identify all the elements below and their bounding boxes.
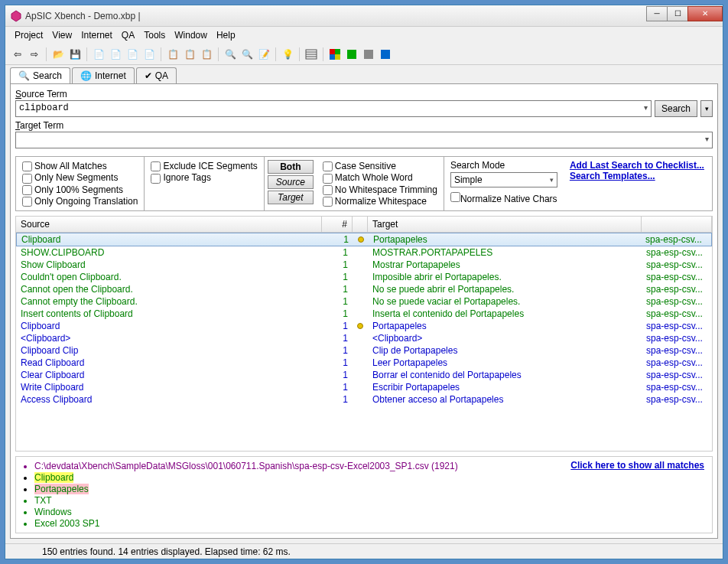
toolbar-sep [161,47,161,61]
cell-source: SHOW.CLIPBOARD [16,247,322,258]
toolbar-sq-multi-icon[interactable] [327,47,343,62]
option-check[interactable]: Only Ongoing Translation [22,196,138,207]
table-row[interactable]: Read Clipboard1Leer Portapapelesspa-esp-… [16,357,712,369]
cell-indicator [353,345,368,356]
menubar: ProjectViewInternetQAToolsWindowHelp [5,27,723,44]
cell-source: Cannot empty the Clipboard. [16,296,322,307]
table-row[interactable]: Clipboard1Portapapelesspa-esp-csv... [16,320,712,332]
toolbar-search-icon[interactable]: 🔍 [223,47,238,62]
toolbar-open-icon[interactable]: 📂 [50,47,66,62]
table-row[interactable]: Clipboard Clip1Clip de Portapapelesspa-e… [16,344,712,357]
table-row[interactable]: Clear Clipboard1Borrar el contenido del … [16,369,712,381]
table-row[interactable]: Show Clipboard1Mostrar Portapapelesspa-e… [16,259,712,271]
toolbar-back-icon[interactable]: ⇦ [10,47,25,62]
links-col: Add Last Search to Checklist... Search T… [564,157,710,210]
toolbar-sq-green-icon[interactable] [344,47,359,62]
cell-target: <Clipboard> [368,333,642,344]
source-term-input[interactable]: clipboard [15,100,652,117]
toolbar-form-icon[interactable]: 📋 [199,47,214,62]
table-row[interactable]: Access Clipboard1Obtener acceso al Porta… [16,393,712,406]
toolbar-doc2-icon[interactable]: 📄 [108,47,123,62]
menu-internet[interactable]: Internet [76,28,117,42]
toolbar-view-icon[interactable] [304,47,319,62]
toolbar-forward-icon[interactable]: ⇨ [27,47,42,62]
table-row[interactable]: Write Clipboard1Escribir Portapapelesspa… [16,381,712,393]
show-all-matches-link[interactable]: Click here to show all matches [570,460,704,471]
toolbar-sep [323,47,323,61]
toolbar-list-icon[interactable]: 📋 [182,47,197,62]
options-col-1: Show All MatchesOnly New SegmentsOnly 10… [16,157,145,210]
search-templates-link[interactable]: Search Templates... [570,171,704,181]
option-check[interactable]: Ignore Tags [151,172,257,183]
menu-tools[interactable]: Tools [139,28,170,42]
target-button[interactable]: Target [268,191,314,204]
option-check[interactable]: Only 100% Segments [22,184,138,195]
cell-indicator [353,247,368,258]
minimize-button[interactable]: ─ [646,6,668,21]
header-count[interactable]: # [322,217,353,232]
menu-window[interactable]: Window [170,28,212,42]
option-check[interactable]: Case Sensitive [323,161,437,171]
toolbar-save-icon[interactable]: 💾 [67,47,83,62]
close-button[interactable]: ✕ [687,6,723,21]
cell-indicator [353,234,369,245]
toolbar-note-icon[interactable]: 📝 [256,47,271,62]
header-file[interactable] [642,217,712,232]
both-button[interactable]: Both [268,160,314,174]
toolbar-find-icon[interactable]: 🔍 [239,47,255,62]
svg-marker-0 [11,11,21,21]
cell-count: 1 [322,272,353,282]
grid-body[interactable]: Clipboard1Portapapelesspa-esp-csv...SHOW… [15,233,713,452]
mode-col: Search Mode Simple▾ Normalize Native Cha… [444,157,564,210]
table-row[interactable]: Couldn't open Clipboard.1Imposible abrir… [16,271,712,283]
cell-source: Clipboard [16,321,322,331]
add-checklist-link[interactable]: Add Last Search to Checklist... [570,160,704,171]
option-check[interactable]: Normalize Whitespace [323,196,437,207]
option-check[interactable]: Show All Matches [22,161,138,171]
toolbar-doc1-icon[interactable]: 📄 [91,47,106,62]
option-check[interactable]: Exclude ICE Segments [151,161,257,171]
toolbar-doc3-icon[interactable]: 📄 [125,47,140,62]
menu-view[interactable]: View [47,28,76,42]
tab-qa[interactable]: ✔QA [136,67,177,83]
cell-indicator [353,333,368,344]
toolbar-sq-blue-icon[interactable] [378,47,393,62]
table-row[interactable]: <Clipboard>1<Clipboard>spa-esp-csv... [16,332,712,344]
toolbar-copy-icon[interactable]: 📋 [165,47,180,62]
table-row[interactable]: Cannot open the Clipboard.1No se puede a… [16,283,712,295]
cell-count: 1 [322,284,353,295]
toolbar-doc4-icon[interactable]: 📄 [141,47,157,62]
menu-help[interactable]: Help [212,28,240,42]
normalize-chars-check[interactable]: Normalize Native Chars [450,192,557,204]
source-button[interactable]: Source [268,175,314,189]
maximize-button[interactable]: ☐ [667,6,688,21]
content-panel: Source Term clipboard Search ▾ Target Te… [10,83,718,539]
menu-project[interactable]: Project [10,28,47,42]
header-source[interactable]: Source [16,217,322,232]
table-row[interactable]: Cannot empty the Clipboard.1No se puede … [16,295,712,308]
cell-source: Clipboard Clip [16,345,322,356]
option-check[interactable]: No Whitespace Trimming [323,184,437,195]
table-row[interactable]: Clipboard1Portapapelesspa-esp-csv... [16,233,712,246]
header-target[interactable]: Target [368,217,642,232]
table-row[interactable]: Insert contents of Clipboard1Inserta el … [16,308,712,320]
option-check[interactable]: Match Whole Word [323,172,437,183]
menu-qa[interactable]: QA [117,28,139,42]
cell-file: spa-esp-csv... [641,234,711,245]
toolbar-bulb-icon[interactable]: 💡 [280,47,295,62]
tab-internet[interactable]: 🌐Internet [72,67,135,83]
search-button[interactable]: Search [655,100,697,117]
detail-source: Clipboard [34,472,704,483]
cell-indicator [353,370,368,380]
cell-target: Borrar el contenido del Portapapeles [368,370,642,380]
options-panel: Show All MatchesOnly New SegmentsOnly 10… [15,156,713,211]
option-check[interactable]: Only New Segments [22,172,138,183]
tab-search[interactable]: 🔍Search [10,67,70,83]
cell-indicator [353,259,368,270]
search-dropdown-button[interactable]: ▾ [700,100,713,117]
target-term-input[interactable] [15,132,713,148]
cell-source: Access Clipboard [16,394,322,405]
toolbar-sq-gray-icon[interactable] [361,47,376,62]
table-row[interactable]: SHOW.CLIPBOARD1MOSTRAR.PORTAPAPELESspa-e… [16,246,712,259]
search-mode-select[interactable]: Simple▾ [450,172,557,187]
